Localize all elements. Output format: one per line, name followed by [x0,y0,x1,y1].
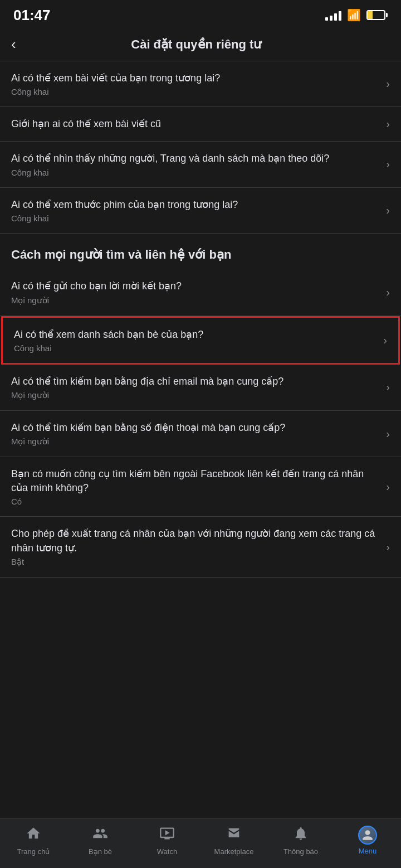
item-subtitle: Mọi người [11,295,377,306]
menu-avatar [358,826,377,845]
item-title: Ai có thể xem thước phim của bạn trong t… [11,198,377,212]
chevron-icon: › [383,334,387,347]
item-subtitle: Công khai [11,214,377,223]
header: ‹ Cài đặt quyền riêng tư [0,28,401,61]
settings-item-follows[interactable]: Ai có thể nhìn thấy những người, Trang v… [0,142,401,187]
item-subtitle: Công khai [11,87,377,96]
chevron-icon: › [386,286,390,299]
nav-label-friends: Bạn bè [89,847,112,856]
chevron-icon: › [386,481,390,493]
item-subtitle: Mọi người [11,390,377,400]
bell-icon [293,826,309,845]
nav-item-watch[interactable]: Watch [134,818,200,857]
watch-icon [159,826,175,845]
item-title: Ai có thể gửi cho bạn lời mời kết bạn? [11,279,377,293]
friends-icon [92,826,108,845]
nav-label-marketplace: Marketplace [214,847,254,856]
settings-item-friend-list[interactable]: Ai có thể xem danh sách bạn bè của bạn? … [1,316,400,365]
chevron-icon: › [386,158,390,171]
nav-item-marketplace[interactable]: Marketplace [200,818,267,857]
chevron-icon: › [386,77,390,90]
settings-item-reels[interactable]: Ai có thể xem thước phim của bạn trong t… [0,188,401,234]
item-title: Bạn có muốn công cụ tìm kiếm bên ngoài F… [11,467,377,495]
wifi-icon: 📶 [347,8,361,22]
nav-label-watch: Watch [157,847,177,856]
item-title: Giới hạn ai có thể xem bài viết cũ [11,117,377,131]
battery-icon [366,10,388,20]
nav-item-menu[interactable]: Menu [334,818,401,857]
chevron-icon: › [386,118,390,130]
signal-icon [325,9,341,21]
page-title: Cài đặt quyền riêng tư [25,37,368,52]
settings-item-future-posts[interactable]: Ai có thể xem bài viết của bạn trong tươ… [0,61,401,107]
status-bar: 01:47 📶 [0,0,401,28]
section-heading-contact: Cách mọi người tìm và liên hệ với bạn [0,234,401,270]
nav-item-home[interactable]: Trang chủ [0,818,67,857]
item-subtitle: Công khai [14,343,374,353]
settings-item-friend-request[interactable]: Ai có thể gửi cho bạn lời mời kết bạn? M… [0,269,401,316]
item-subtitle: Có [11,497,377,506]
nav-item-friends[interactable]: Bạn bè [67,818,134,857]
chevron-icon: › [386,204,390,217]
settings-item-limit-old[interactable]: Giới hạn ai có thể xem bài viết cũ › [0,107,401,142]
item-title: Ai có thể nhìn thấy những người, Trang v… [11,152,377,166]
settings-item-suggest-profile[interactable]: Cho phép đề xuất trang cá nhân của bạn v… [0,517,401,577]
item-subtitle: Công khai [11,168,377,177]
nav-item-notifications[interactable]: Thông báo [267,818,334,857]
item-title: Ai có thể xem bài viết của bạn trong tươ… [11,71,377,85]
item-title: Ai có thể xem danh sách bạn bè của bạn? [14,328,374,342]
settings-content: Ai có thể xem bài viết của bạn trong tươ… [0,61,401,631]
settings-item-outside-search[interactable]: Bạn có muốn công cụ tìm kiếm bên ngoài F… [0,457,401,517]
nav-label-notifications: Thông báo [283,847,318,856]
item-title: Cho phép đề xuất trang cá nhân của bạn v… [11,527,377,555]
nav-label-home: Trang chủ [17,847,50,856]
item-title: Ai có thể tìm kiếm bạn bằng địa chỉ emai… [11,375,377,389]
chevron-icon: › [386,428,390,440]
item-title: Ai có thể tìm kiếm bạn bằng số điện thoạ… [11,421,377,435]
bottom-navigation: Trang chủ Bạn bè Watch Marketplace [0,818,401,868]
settings-item-search-email[interactable]: Ai có thể tìm kiếm bạn bằng địa chỉ emai… [0,365,401,411]
marketplace-icon [226,826,242,845]
status-icons: 📶 [325,8,388,22]
chevron-icon: › [386,381,390,394]
home-icon [26,826,41,845]
status-time: 01:47 [13,7,51,24]
chevron-icon: › [386,541,390,554]
item-subtitle: Mọi người [11,437,377,447]
settings-group-1: Ai có thể xem bài viết của bạn trong tươ… [0,61,401,234]
back-button[interactable]: ‹ [11,36,16,53]
item-subtitle: Bật [11,557,377,567]
settings-group-contact: Ai có thể gửi cho bạn lời mời kết bạn? M… [0,269,401,578]
settings-item-search-phone[interactable]: Ai có thể tìm kiếm bạn bằng số điện thoạ… [0,411,401,457]
nav-label-menu: Menu [359,847,377,855]
